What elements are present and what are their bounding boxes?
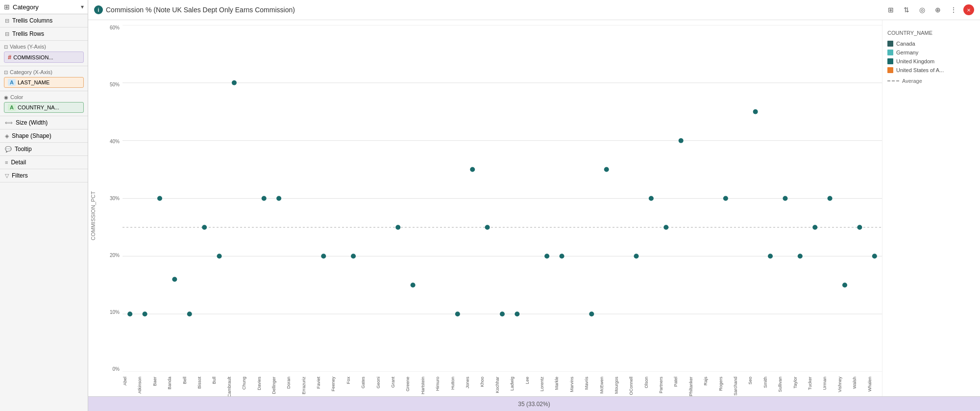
data-dot[interactable] — [217, 254, 222, 258]
tooltip-icon: 💬 — [5, 146, 12, 153]
action-btn-2[interactable]: ⇅ — [901, 4, 912, 16]
x-tick-whalen: Whalen — [867, 377, 882, 392]
data-dot[interactable] — [500, 311, 505, 316]
data-dot[interactable] — [395, 225, 400, 230]
size-icon: ⟺ — [5, 120, 13, 126]
x-tick-sullivan: Sullivan — [778, 377, 792, 392]
sidebar-item-tooltip[interactable]: 💬 Tooltip — [0, 143, 88, 156]
data-dot[interactable] — [634, 254, 639, 258]
data-dot[interactable] — [455, 311, 460, 316]
sidebar-category-label: Category — [13, 3, 39, 11]
bottom-bar: 35 (33.02%) — [88, 396, 980, 411]
data-dot[interactable] — [857, 225, 862, 230]
data-dot[interactable] — [470, 167, 475, 172]
legend-color-canada — [887, 41, 893, 47]
x-tick-baer: Baer — [152, 377, 167, 386]
category-group-title: ⊡ Category (X-Axis) — [4, 69, 84, 75]
x-tick-cambrault: Cambrault — [227, 377, 242, 397]
data-dot[interactable] — [276, 196, 281, 201]
action-btn-5[interactable]: ⋮ — [948, 4, 959, 16]
data-dot[interactable] — [663, 225, 668, 230]
action-btn-4[interactable]: ⊕ — [932, 4, 944, 16]
x-tick-hutton: Hutton — [450, 377, 465, 390]
data-dot[interactable] — [679, 138, 684, 143]
chart-svg — [122, 25, 882, 372]
shape-icon: ◈ — [5, 133, 9, 139]
y-tick-60: 60% — [110, 25, 120, 30]
data-dot[interactable] — [649, 196, 654, 201]
data-dot[interactable] — [812, 225, 817, 230]
trellis-columns-icon: ⊟ — [5, 18, 9, 24]
x-tick-marvins: Marvins — [569, 377, 584, 392]
chart-title-text: Commission % (Note UK Sales Dept Only Ea… — [106, 6, 295, 14]
country-field-item[interactable]: A COUNTRY_NA... — [4, 102, 84, 113]
data-dot[interactable] — [232, 80, 237, 85]
x-tick-lorentz: Lorentz — [539, 377, 554, 391]
data-dot[interactable] — [351, 254, 356, 258]
x-tick-walsh: Walsh — [852, 377, 867, 389]
legend-label-germany: Germany — [896, 50, 918, 55]
data-dot[interactable] — [842, 283, 847, 287]
trellis-rows-label: Trellis Rows — [12, 30, 44, 37]
x-tick-rajs: Rajs — [703, 377, 718, 385]
x-tick-greene: Greene — [405, 377, 420, 391]
x-tick-khoo: Khoo — [480, 377, 494, 387]
x-tick-errazuriz: Errazuriz — [301, 377, 316, 394]
filter-icon: ▽ — [5, 173, 9, 179]
sidebar-item-filters[interactable]: ▽ Filters — [0, 169, 88, 182]
data-dot[interactable] — [262, 196, 267, 201]
legend-avg-line — [887, 80, 899, 81]
sidebar-item-trellis-columns[interactable]: ⊟ Trellis Columns — [0, 14, 88, 27]
data-dot[interactable] — [187, 311, 192, 316]
chart-header: i Commission % (Note UK Sales Dept Only … — [88, 0, 980, 20]
sidebar-item-detail[interactable]: ≡ Detail — [0, 156, 88, 169]
x-tick-vishney: Vishney — [837, 377, 852, 392]
data-dot[interactable] — [872, 254, 877, 258]
data-dot[interactable] — [753, 109, 758, 114]
action-btn-3[interactable]: ◎ — [916, 4, 928, 16]
data-dot[interactable] — [798, 254, 803, 258]
data-dot[interactable] — [604, 167, 609, 172]
color-group-title: ◉ Color — [4, 94, 84, 100]
data-dot[interactable] — [723, 196, 728, 201]
data-dot[interactable] — [514, 311, 519, 316]
last-name-field-item[interactable]: A LAST_NAME — [4, 77, 84, 88]
x-tick-olson: Olson — [644, 377, 659, 388]
data-dot[interactable] — [202, 225, 207, 230]
chart-actions: ⊞ ⇅ ◎ ⊕ ⋮ × — [885, 4, 974, 16]
data-dot[interactable] — [321, 254, 326, 258]
data-dot[interactable] — [485, 225, 490, 230]
data-dot[interactable] — [143, 311, 147, 316]
x-tick-atkinson: Atkinson — [137, 377, 152, 394]
commission-field-item[interactable]: # COMMISSION... — [4, 51, 84, 63]
x-tick-ladwig: Ladwig — [510, 377, 524, 391]
data-dot[interactable] — [560, 254, 564, 258]
data-dot[interactable] — [783, 196, 787, 201]
sidebar-item-size[interactable]: ⟺ Size (Width) — [0, 116, 88, 129]
x-tick-kochhar: Kochhar — [495, 377, 510, 393]
close-button[interactable]: × — [963, 4, 974, 15]
sidebar-item-trellis-rows[interactable]: ⊟ Trellis Rows — [0, 27, 88, 41]
legend-label-usa: United States of A... — [896, 67, 944, 73]
category-grid-icon: ⊞ — [4, 3, 10, 11]
x-tick-bell: Bell — [182, 377, 197, 384]
data-dot[interactable] — [127, 311, 132, 316]
data-dot[interactable] — [172, 277, 177, 282]
x-tick-chung: Chung — [242, 377, 256, 390]
x-tick-davies: Davies — [257, 377, 271, 390]
data-dot[interactable] — [828, 196, 833, 201]
sidebar-group-values: ⊡ Values (Y-Axis) # COMMISSION... — [0, 41, 88, 66]
x-tick-mourgos: Mourgos — [614, 377, 629, 394]
sidebar-item-shape[interactable]: ◈ Shape (Shape) — [0, 129, 88, 143]
data-dot[interactable] — [589, 311, 594, 316]
legend-color-uk — [887, 58, 893, 64]
action-btn-1[interactable]: ⊞ — [885, 4, 897, 16]
data-dot[interactable] — [544, 254, 549, 258]
legend-label-uk: United Kingdom — [896, 58, 934, 64]
data-dot[interactable] — [157, 196, 162, 201]
data-dot[interactable] — [411, 283, 416, 287]
data-dot[interactable] — [768, 254, 773, 258]
sidebar-dropdown-icon[interactable]: ▾ — [81, 3, 84, 10]
y-axis-label: COMMISSION_PCT — [88, 20, 98, 411]
x-tick-jones: Jones — [465, 377, 480, 388]
